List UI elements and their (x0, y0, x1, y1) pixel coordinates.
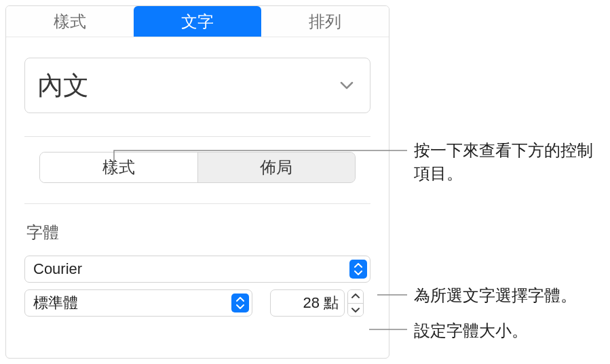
callout-lines (0, 0, 610, 364)
